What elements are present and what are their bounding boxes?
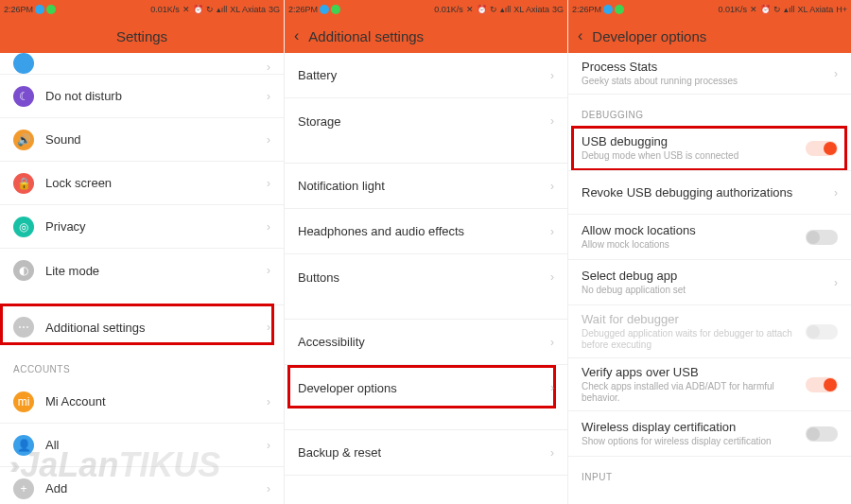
- item-label: Backup & reset: [298, 445, 550, 460]
- item-label: Additional settings: [45, 321, 267, 335]
- select-debug-app-item[interactable]: Select debug app No debug application se…: [568, 260, 851, 305]
- wait-for-debugger-item: Wait for debugger Debugged application w…: [568, 305, 851, 358]
- mock-locations-toggle[interactable]: [806, 230, 838, 245]
- item-label: Notification light: [298, 179, 550, 193]
- back-button[interactable]: ‹: [294, 27, 299, 44]
- buttons-item[interactable]: Buttons ›: [285, 254, 567, 300]
- vibrate-icon: ✕: [182, 5, 190, 14]
- status-dot-icon: [320, 5, 329, 14]
- chevron-right-icon: ›: [550, 270, 554, 284]
- item-subtitle: Geeky stats about running processes: [582, 76, 834, 87]
- wireless-display-item[interactable]: Wireless display certification Show opti…: [568, 411, 851, 457]
- lock-screen-item[interactable]: 🔒 Lock screen ›: [0, 162, 284, 205]
- item-subtitle: Debug mode when USB is connected: [582, 150, 806, 162]
- chevron-right-icon: ›: [834, 276, 838, 289]
- item-label: Buttons: [298, 270, 550, 285]
- do-not-disturb-item[interactable]: ☾ Do not disturb ›: [0, 75, 284, 118]
- item-subtitle: Debugged application waits for debugger …: [582, 328, 806, 351]
- item-subtitle: Check apps installed via ADB/ADT for har…: [582, 381, 806, 404]
- developer-options-item[interactable]: Developer options ›: [285, 365, 567, 410]
- moon-icon: ☾: [13, 86, 34, 107]
- partial-item[interactable]: ›: [0, 53, 284, 74]
- item-label: Allow mock locations: [582, 223, 806, 237]
- storage-item[interactable]: Storage ›: [285, 98, 567, 144]
- verify-apps-usb-item[interactable]: Verify apps over USB Check apps installe…: [568, 358, 851, 411]
- chevron-right-icon: ›: [834, 67, 838, 80]
- status-network: H+: [836, 5, 847, 14]
- status-speed: 0.01K/s: [719, 5, 748, 14]
- sound-item[interactable]: 🔊 Sound ›: [0, 118, 284, 162]
- sync-icon: ↻: [773, 5, 781, 14]
- wireless-display-toggle[interactable]: [806, 426, 838, 442]
- watermark-text: TIKUS: [118, 445, 220, 485]
- item-label: Accessibility: [298, 335, 550, 349]
- watermark-chevron-icon: ››: [9, 451, 14, 480]
- usb-debugging-toggle[interactable]: [806, 141, 838, 156]
- chevron-right-icon: ›: [550, 180, 554, 193]
- developer-options-panel: 2:26PM 0.01K/s ✕ ⏰ ↻ ▴ıll XL Axiata H+ ‹…: [567, 0, 851, 504]
- verify-apps-toggle[interactable]: [806, 377, 838, 392]
- title-bar: ‹ Additional settings: [285, 19, 567, 53]
- watermark: ›› JaLanTIKUS: [9, 445, 220, 485]
- status-dot-icon: [603, 5, 613, 14]
- partial-icon: [13, 53, 34, 74]
- chevron-right-icon: ›: [550, 381, 554, 394]
- item-label: Developer options: [298, 381, 550, 395]
- mi-icon: mi: [13, 391, 34, 412]
- revoke-usb-item[interactable]: Revoke USB debugging authorizations ›: [568, 171, 851, 215]
- lock-icon: 🔒: [13, 173, 34, 194]
- process-stats-item[interactable]: Process Stats Geeky stats about running …: [568, 53, 851, 95]
- item-label: Lite mode: [45, 264, 267, 278]
- additional-settings-panel: 2:26PM 0.01K/s ✕ ⏰ ↻ ▴ıll XL Axiata 3G ‹…: [284, 0, 567, 504]
- item-label: Sound: [45, 132, 267, 147]
- chevron-right-icon: ›: [550, 69, 554, 82]
- chevron-right-icon: ›: [267, 395, 270, 408]
- lite-mode-item[interactable]: ◐ Lite mode ›: [0, 249, 284, 292]
- alarm-icon: ⏰: [477, 5, 487, 14]
- status-time: 2:26PM: [288, 5, 318, 14]
- section-header-input: INPUT: [568, 457, 851, 488]
- shield-icon: ◎: [13, 217, 34, 237]
- alarm-icon: ⏰: [760, 5, 771, 14]
- lite-icon: ◐: [13, 260, 34, 281]
- privacy-item[interactable]: ◎ Privacy ›: [0, 205, 284, 249]
- status-network: 3G: [552, 5, 564, 14]
- status-dot-icon: [615, 5, 624, 14]
- section-header-debugging: DEBUGGING: [568, 95, 851, 126]
- chevron-right-icon: ›: [267, 220, 270, 234]
- title-bar: ‹ Developer options: [568, 19, 851, 53]
- headphones-item[interactable]: Headphones and audio effects ›: [285, 209, 567, 254]
- mock-locations-item[interactable]: Allow mock locations Allow mock location…: [568, 215, 851, 260]
- wait-for-debugger-toggle: [806, 324, 838, 339]
- signal-icon: ▴ıll: [500, 5, 512, 14]
- item-label: Battery: [298, 68, 550, 82]
- item-label: Storage: [298, 114, 550, 129]
- item-subtitle: No debug application set: [582, 285, 834, 296]
- accessibility-item[interactable]: Accessibility ›: [285, 320, 567, 365]
- item-label: Mi Account: [45, 394, 267, 408]
- page-title: Additional settings: [308, 28, 424, 44]
- status-bar: 2:26PM 0.01K/s ✕ ⏰ ↻ ▴ıll XL Axiata H+: [568, 0, 851, 19]
- chevron-right-icon: ›: [267, 90, 270, 103]
- status-speed: 0.01K/s: [150, 5, 180, 14]
- additional-settings-item[interactable]: ⋯ Additional settings ›: [0, 305, 284, 349]
- status-bar: 2:26PM 0.01K/s ✕ ⏰ ↻ ▴ıll XL Axiata 3G: [0, 0, 284, 19]
- notification-light-item[interactable]: Notification light ›: [285, 164, 567, 209]
- mi-account-item[interactable]: mi Mi Account ›: [0, 380, 284, 424]
- settings-panel: 2:26PM 0.01K/s ✕ ⏰ ↻ ▴ıll XL Axiata 3G S…: [0, 0, 284, 504]
- item-subtitle: Show options for wireless display certif…: [582, 436, 806, 447]
- page-title: Developer options: [592, 28, 706, 44]
- section-header-accounts: ACCOUNTS: [0, 349, 284, 380]
- backup-reset-item[interactable]: Backup & reset ›: [285, 430, 567, 476]
- usb-debugging-item[interactable]: USB debugging Debug mode when USB is con…: [568, 126, 851, 171]
- item-label: Do not disturb: [45, 89, 267, 103]
- chevron-right-icon: ›: [550, 446, 554, 460]
- item-label: Wait for debugger: [582, 312, 806, 326]
- chevron-right-icon: ›: [267, 177, 270, 190]
- watermark-text: JaLan: [20, 445, 118, 485]
- battery-item[interactable]: Battery ›: [285, 53, 567, 98]
- status-carrier: XL Axiata: [230, 5, 266, 14]
- back-button[interactable]: ‹: [578, 27, 582, 44]
- chevron-right-icon: ›: [550, 114, 554, 128]
- title-bar: Settings: [0, 19, 284, 53]
